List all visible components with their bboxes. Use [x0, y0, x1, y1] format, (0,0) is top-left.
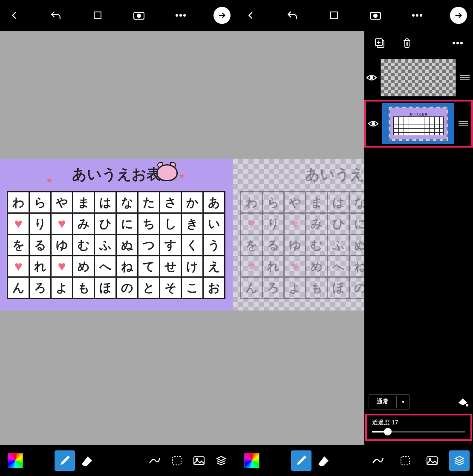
camera-button[interactable]: [130, 6, 148, 25]
back-button[interactable]: [242, 6, 260, 25]
svg-rect-25: [194, 457, 204, 464]
svg-point-21: [370, 76, 373, 79]
svg-point-4: [179, 14, 182, 17]
color-picker-button[interactable]: [242, 450, 262, 471]
svg-rect-7: [331, 12, 337, 19]
svg-rect-27: [401, 456, 410, 465]
svg-point-23: [466, 404, 468, 406]
image-tool-button[interactable]: [422, 450, 442, 471]
bottom-toolbar-mid: [236, 445, 364, 476]
next-button[interactable]: [449, 6, 468, 25]
layers-panel: あいうえお表 通常 ▼ 透過度 17: [364, 31, 473, 445]
camera-button[interactable]: [366, 6, 385, 25]
svg-point-10: [412, 14, 415, 17]
chevron-down-icon: ▼: [396, 396, 410, 408]
svg-point-3: [176, 14, 178, 17]
crop-button[interactable]: [88, 6, 107, 25]
opacity-control: 透過度 17: [365, 414, 472, 441]
more-button[interactable]: [171, 6, 190, 25]
bottom-toolbar-right: [364, 445, 473, 476]
fill-bucket-icon[interactable]: [456, 396, 469, 408]
layer-thumbnail: [381, 59, 456, 96]
svg-point-18: [453, 42, 455, 44]
curve-tool-button[interactable]: [368, 450, 388, 471]
layer-thumbnail: あいうえお表: [389, 107, 448, 141]
visibility-toggle[interactable]: [368, 120, 380, 128]
svg-point-11: [416, 14, 418, 17]
eraser-tool-button[interactable]: [77, 450, 97, 471]
crop-button[interactable]: [325, 6, 343, 25]
lasso-tool-button[interactable]: [167, 450, 187, 471]
layer-more-button[interactable]: [448, 34, 467, 52]
svg-point-2: [137, 14, 141, 17]
svg-rect-24: [173, 456, 181, 465]
layer-item[interactable]: [364, 55, 473, 100]
back-button[interactable]: [5, 6, 24, 25]
artwork-right: あいうえお表 わらやまはなたさかあ♥り♥みひにちしきいをるゆむふぬつすくう♥れ♥…: [233, 159, 364, 311]
visibility-toggle[interactable]: [366, 74, 378, 81]
heart-icon: ♥: [47, 176, 52, 186]
lasso-tool-button[interactable]: [395, 450, 415, 471]
hiragana-grid: わらやまはなたさかあ♥り♥みひにちしきいをるゆむふぬつすくう♥れ♥めへねてせけえ…: [7, 191, 225, 299]
add-layer-button[interactable]: [370, 34, 389, 52]
blend-mode-select[interactable]: 通常 ▼: [369, 394, 410, 409]
next-button[interactable]: [213, 6, 231, 25]
svg-point-22: [372, 122, 375, 125]
canvas[interactable]: あいうえお表 ♥ ♥ わらやまはなたさかあ♥り♥みひにちしきいをるゆむふぬつすく…: [0, 31, 364, 445]
drag-handle-icon[interactable]: [457, 121, 470, 126]
undo-button[interactable]: [46, 6, 65, 25]
svg-rect-0: [94, 12, 101, 19]
brush-tool-button[interactable]: [291, 450, 311, 471]
artwork-title: あいうえお表: [0, 165, 233, 184]
top-toolbar-left: [0, 0, 236, 31]
artwork-title: あいうえお表: [233, 165, 364, 184]
layers-tool-button[interactable]: [449, 450, 470, 471]
svg-point-5: [183, 14, 186, 17]
image-tool-button[interactable]: [189, 450, 209, 471]
svg-point-9: [374, 14, 377, 17]
bottom-toolbar-left: [0, 445, 236, 476]
delete-layer-button[interactable]: [398, 34, 416, 52]
opacity-label: 透過度 17: [372, 419, 465, 427]
color-picker-button[interactable]: [5, 450, 26, 471]
eraser-tool-button[interactable]: [313, 450, 334, 471]
hiragana-grid: わらやまはなたさかあ♥り♥みひにちしきいをるゆむふぬつすくう♥れ♥めへねてせけえ…: [240, 191, 364, 299]
top-toolbar-right: [236, 0, 473, 31]
undo-button[interactable]: [283, 6, 302, 25]
svg-point-19: [456, 42, 459, 44]
curve-tool-button[interactable]: [144, 450, 165, 471]
blend-mode-label: 通常: [369, 395, 396, 409]
more-button[interactable]: [408, 6, 427, 25]
opacity-slider[interactable]: [372, 431, 465, 432]
artwork-left: あいうえお表 ♥ ♥ わらやまはなたさかあ♥り♥みひにちしきいをるゆむふぬつすく…: [0, 159, 233, 311]
layer-item-selected[interactable]: あいうえお表: [364, 100, 473, 148]
svg-rect-28: [427, 457, 437, 464]
svg-point-20: [460, 42, 463, 44]
pig-illustration: [152, 162, 182, 183]
svg-point-12: [420, 14, 422, 17]
layers-tool-button[interactable]: [211, 450, 231, 471]
brush-tool-button[interactable]: [55, 450, 75, 471]
drag-handle-icon[interactable]: [459, 75, 471, 80]
